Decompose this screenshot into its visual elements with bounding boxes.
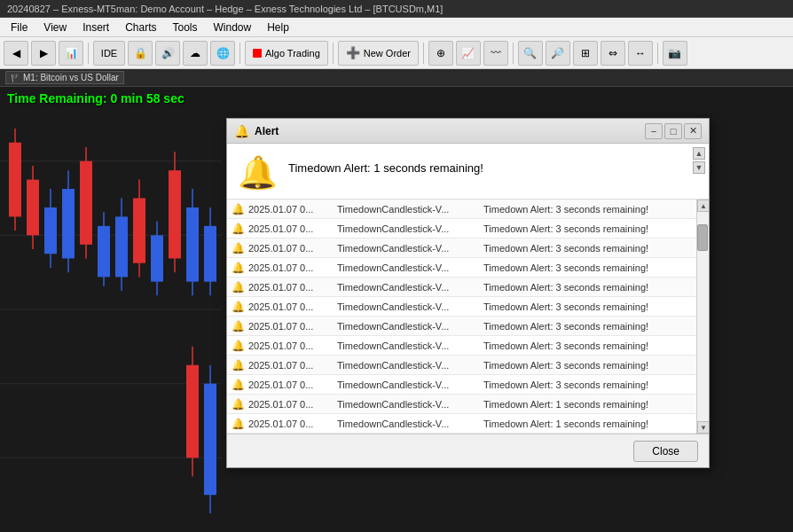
- menu-help[interactable]: Help: [260, 20, 296, 35]
- header-scroll-up[interactable]: ▲: [693, 147, 705, 160]
- chart-shift-btn[interactable]: ↔: [628, 41, 653, 66]
- title-bar: 20240827 – Exness-MT5man: Demo Account –…: [0, 0, 793, 18]
- row-date: 2025.01.07 0...: [248, 243, 337, 254]
- alert-row[interactable]: 🔔2025.01.07 0...TimedownCandlestick-V...…: [227, 336, 709, 356]
- alert-dialog: 🔔 Alert − □ ✕ 🔔 Timedown Alert: 1 second…: [226, 118, 710, 468]
- algo-trading-label: Algo Trading: [265, 48, 320, 59]
- toolbar: ◀ ▶ 📊 IDE 🔒 🔊 ☁ 🌐 Algo Trading ➕ New Ord…: [0, 37, 793, 69]
- row-bell-icon: 🔔: [227, 418, 248, 430]
- row-message: Timedown Alert: 1 seconds remaining!: [483, 419, 693, 429]
- menu-tools[interactable]: Tools: [166, 20, 205, 35]
- alert-list: 🔔2025.01.07 0...TimedownCandlestick-V...…: [227, 200, 709, 434]
- row-date: 2025.01.07 0...: [248, 282, 337, 293]
- row-bell-icon: 🔔: [227, 203, 248, 215]
- row-date: 2025.01.07 0...: [248, 321, 337, 332]
- alert-row[interactable]: 🔔2025.01.07 0...TimedownCandlestick-V...…: [227, 375, 709, 395]
- row-date: 2025.01.07 0...: [248, 204, 337, 215]
- row-name: TimedownCandlestick-V...: [337, 360, 483, 371]
- dialog-close-x-btn[interactable]: ✕: [684, 123, 702, 139]
- alert-row[interactable]: 🔔2025.01.07 0...TimedownCandlestick-V...…: [227, 297, 709, 317]
- row-message: Timedown Alert: 3 seconds remaining!: [483, 379, 693, 390]
- header-scroll-down[interactable]: ▼: [693, 161, 705, 174]
- row-name: TimedownCandlestick-V...: [337, 301, 483, 312]
- row-message: Timedown Alert: 3 seconds remaining!: [483, 321, 693, 332]
- alert-bell-icon: 🔔: [238, 154, 278, 192]
- row-message: Timedown Alert: 3 seconds remaining!: [483, 301, 693, 312]
- alert-row[interactable]: 🔔2025.01.07 0...TimedownCandlestick-V...…: [227, 278, 709, 297]
- crosshair-btn[interactable]: ⊕: [428, 41, 453, 66]
- sep2: [239, 43, 240, 64]
- alert-row[interactable]: 🔔2025.01.07 0...TimedownCandlestick-V...…: [227, 219, 709, 239]
- alert-row[interactable]: 🔔2025.01.07 0...TimedownCandlestick-V...…: [227, 200, 709, 219]
- alert-rows-container: 🔔2025.01.07 0...TimedownCandlestick-V...…: [227, 200, 709, 434]
- row-name: TimedownCandlestick-V...: [337, 340, 483, 351]
- cloud-btn[interactable]: ☁: [183, 41, 208, 66]
- list-scrollbar[interactable]: ▲ ▼: [696, 200, 709, 434]
- menu-bar: File View Insert Charts Tools Window Hel…: [0, 18, 793, 37]
- row-name: TimedownCandlestick-V...: [337, 223, 483, 234]
- algo-trading-btn[interactable]: Algo Trading: [245, 41, 328, 66]
- sep1: [88, 43, 89, 64]
- row-name: TimedownCandlestick-V...: [337, 399, 483, 410]
- alert-row[interactable]: 🔔2025.01.07 0...TimedownCandlestick-V...…: [227, 414, 709, 434]
- dialog-bell-icon: 🔔: [234, 124, 249, 138]
- menu-file[interactable]: File: [4, 20, 35, 35]
- zoom-out-btn[interactable]: 🔎: [546, 41, 570, 66]
- minimize-btn[interactable]: −: [645, 123, 663, 139]
- new-order-btn[interactable]: ➕ New Order: [338, 41, 419, 66]
- forward-btn[interactable]: ▶: [31, 41, 56, 66]
- sep5: [513, 43, 514, 64]
- chart-type-btn[interactable]: 📊: [59, 41, 83, 66]
- row-message: Timedown Alert: 3 seconds remaining!: [483, 340, 693, 351]
- header-scroll-arrows: ▲ ▼: [693, 147, 705, 174]
- alert-row[interactable]: 🔔2025.01.07 0...TimedownCandlestick-V...…: [227, 317, 709, 336]
- title-text: 20240827 – Exness-MT5man: Demo Account –…: [7, 4, 443, 14]
- menu-charts[interactable]: Charts: [118, 20, 163, 35]
- chart-scroll-btn[interactable]: ⇔: [601, 41, 625, 66]
- dialog-titlebar[interactable]: 🔔 Alert − □ ✕: [227, 119, 709, 144]
- row-message: Timedown Alert: 3 seconds remaining!: [483, 262, 693, 273]
- row-bell-icon: 🔔: [227, 398, 248, 411]
- wave-btn[interactable]: 〰: [483, 41, 508, 66]
- screenshot-btn[interactable]: 📷: [663, 41, 687, 66]
- row-bell-icon: 🔔: [227, 320, 248, 332]
- alert-row[interactable]: 🔔2025.01.07 0...TimedownCandlestick-V...…: [227, 239, 709, 258]
- menu-view[interactable]: View: [36, 20, 74, 35]
- maximize-btn[interactable]: □: [664, 123, 682, 139]
- sep4: [423, 43, 424, 64]
- grid-btn[interactable]: ⊞: [573, 41, 598, 66]
- sep3: [333, 43, 334, 64]
- row-date: 2025.01.07 0...: [248, 223, 337, 234]
- modal-overlay: 🔔 Alert − □ ✕ 🔔 Timedown Alert: 1 second…: [0, 69, 793, 532]
- sep6: [657, 43, 658, 64]
- row-bell-icon: 🔔: [227, 223, 248, 235]
- lock-btn[interactable]: 🔒: [128, 41, 153, 66]
- scroll-up-btn[interactable]: ▲: [697, 200, 709, 212]
- sound-btn[interactable]: 🔊: [155, 41, 180, 66]
- globe-btn[interactable]: 🌐: [210, 41, 235, 66]
- dialog-controls: − □ ✕: [645, 123, 702, 139]
- alert-main-message: Timedown Alert: 1 seconds remaining!: [288, 154, 483, 175]
- row-date: 2025.01.07 0...: [248, 340, 337, 351]
- back-btn[interactable]: ◀: [4, 41, 28, 66]
- zoom-in-btn[interactable]: 🔍: [518, 41, 543, 66]
- row-name: TimedownCandlestick-V...: [337, 419, 483, 429]
- indicator-btn[interactable]: 📈: [456, 41, 481, 66]
- alert-footer: Close: [227, 434, 709, 467]
- row-name: TimedownCandlestick-V...: [337, 262, 483, 273]
- ide-btn[interactable]: IDE: [93, 41, 125, 66]
- new-order-label: New Order: [364, 48, 411, 59]
- alert-row[interactable]: 🔔2025.01.07 0...TimedownCandlestick-V...…: [227, 258, 709, 278]
- scrollbar-thumb[interactable]: [697, 224, 708, 251]
- row-bell-icon: 🔔: [227, 262, 248, 274]
- close-dialog-btn[interactable]: Close: [633, 441, 698, 462]
- alert-row[interactable]: 🔔2025.01.07 0...TimedownCandlestick-V...…: [227, 395, 709, 414]
- row-message: Timedown Alert: 3 seconds remaining!: [483, 223, 693, 234]
- chart-area: 🏴 M1: Bitcoin vs US Dollar Time Remainin…: [0, 69, 793, 532]
- scroll-down-btn[interactable]: ▼: [697, 421, 709, 434]
- row-bell-icon: 🔔: [227, 340, 248, 352]
- alert-row[interactable]: 🔔2025.01.07 0...TimedownCandlestick-V...…: [227, 356, 709, 375]
- menu-insert[interactable]: Insert: [75, 20, 116, 35]
- row-date: 2025.01.07 0...: [248, 379, 337, 390]
- menu-window[interactable]: Window: [207, 20, 259, 35]
